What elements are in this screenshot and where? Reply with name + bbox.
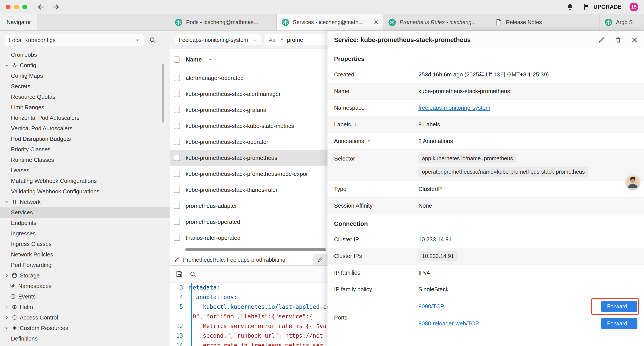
sidebar-item-secrets[interactable]: Secrets <box>0 81 170 91</box>
sidebar-item-ingresses[interactable]: Ingresses <box>0 228 170 239</box>
sidebar-item-validating-webhook-configurations[interactable]: Validating Webhook Configurations <box>0 186 170 197</box>
sidebar-item-events[interactable]: Events <box>0 291 170 302</box>
namespace-link[interactable]: freeleaps-monitoring-system <box>418 104 490 111</box>
row-checkbox[interactable] <box>174 139 180 145</box>
sidebar-item-config-maps[interactable]: Config Maps <box>0 70 170 81</box>
sidebar-item-vertical-pod-autoscalers[interactable]: Vertical Pod Autoscalers <box>0 123 170 134</box>
close-icon[interactable]: × <box>632 35 638 45</box>
sidebar-group-storage[interactable]: Storage <box>0 270 170 281</box>
table-row[interactable]: alertmanager-operated <box>170 70 328 86</box>
window-close-button[interactable] <box>6 4 10 9</box>
tab-pods[interactable]: Pods - icecheng@mathmas... <box>170 14 277 30</box>
sort-asc-icon[interactable] <box>208 57 212 62</box>
row-checkbox[interactable] <box>174 187 180 193</box>
match-case-toggle[interactable]: Aa <box>269 37 276 43</box>
expand-updown-icon[interactable] <box>354 122 358 127</box>
avatar[interactable] <box>626 176 640 189</box>
sidebar-group-helm[interactable]: Helm <box>0 302 170 312</box>
sidebar-group-custom-resources[interactable]: Custom Resources <box>0 323 170 333</box>
forward-button[interactable] <box>52 3 60 11</box>
tab-prometheus-rules[interactable]: Prometheus Rules - icecheng... <box>384 14 490 30</box>
chevron-down-icon[interactable] <box>4 326 9 331</box>
chevron-down-icon[interactable] <box>4 63 9 68</box>
edit-button[interactable] <box>598 36 605 43</box>
sidebar-item-pod-disruption-budgets[interactable]: Pod Disruption Budgets <box>0 134 170 144</box>
sidebar-item-mutating-webhook-configurations[interactable]: Mutating Webhook Configurations <box>0 176 170 186</box>
chevron-down-icon[interactable] <box>4 200 9 204</box>
back-button[interactable] <box>37 3 45 11</box>
delete-button[interactable] <box>615 36 622 43</box>
table-search-box[interactable]: Aa .* <box>265 34 328 46</box>
table-row[interactable]: thanos-ruler-operated <box>170 230 328 246</box>
sidebar-item-port-forwarding[interactable]: Port Forwarding <box>0 260 170 270</box>
table-row[interactable]: kube-prometheus-stack-alertmanager <box>170 86 328 102</box>
sidebar-item-network-policies[interactable]: Network Policies <box>0 249 170 260</box>
table-row-selected[interactable]: kube-prometheus-stack-prometheus <box>170 150 328 166</box>
row-checkbox[interactable] <box>174 107 180 113</box>
chevron-right-icon[interactable] <box>4 315 9 320</box>
sidebar-item-priority-classes[interactable]: Priority Classes <box>0 144 170 155</box>
navigator-label[interactable]: Navigator <box>0 14 38 30</box>
regex-toggle[interactable]: .* <box>280 37 283 43</box>
sidebar-item-definitions[interactable]: Definitions <box>0 333 170 344</box>
dock-tab-prometheusrule[interactable]: PrometheusRule: freeleaps-prod-rabbitmq <box>170 254 313 265</box>
sidebar-item-horizontal-pod-autoscalers[interactable]: Horizontal Pod Autoscalers <box>0 113 170 123</box>
row-checkbox[interactable] <box>174 203 180 209</box>
table-row[interactable]: kube-prometheus-stack-grafana <box>170 102 328 118</box>
window-zoom-button[interactable] <box>22 4 27 9</box>
port-link-8080-reloader-web[interactable]: 8080:reloader-web/TCP <box>418 320 479 327</box>
search-input[interactable] <box>287 36 328 43</box>
chevron-right-icon[interactable] <box>4 273 9 278</box>
sidebar-item-services[interactable]: Services <box>0 207 170 218</box>
forward-button[interactable]: Forward... <box>601 301 638 312</box>
sidebar-item-limit-ranges[interactable]: Limit Ranges <box>0 102 170 113</box>
save-button[interactable] <box>176 271 183 278</box>
expand-updown-icon[interactable] <box>367 139 371 143</box>
row-checkbox[interactable] <box>174 155 180 161</box>
sidebar-item-namespaces[interactable]: Namespaces <box>0 281 170 291</box>
sidebar-scrollbar[interactable] <box>162 63 164 123</box>
table-row[interactable]: kube-prometheus-stack-operator <box>170 134 328 150</box>
notification-count-badge[interactable]: 15 <box>630 3 638 11</box>
sidebar-item-runtime-classes[interactable]: Runtime Classes <box>0 155 170 165</box>
window-minimize-button[interactable] <box>14 4 19 9</box>
yaml-editor[interactable]: 3metadata: 4 annotations: 5 kubectl.kube… <box>170 283 328 346</box>
row-checkbox[interactable] <box>174 235 180 241</box>
close-icon[interactable]: × <box>374 18 378 26</box>
dock-tab-partial[interactable] <box>313 254 328 265</box>
tab-release-notes[interactable]: Release Notes <box>490 14 600 30</box>
table-row[interactable]: kube-prometheus-stack-kube-state-metrics <box>170 118 328 134</box>
row-checkbox[interactable] <box>174 91 180 97</box>
chevron-right-icon[interactable] <box>4 305 9 310</box>
upgrade-button[interactable]: UPGRADE <box>583 3 622 10</box>
sidebar-group-access-control[interactable]: Access Control <box>0 312 170 323</box>
table-row[interactable]: prometheus-adapter <box>170 198 328 214</box>
notifications-bell-icon[interactable] <box>566 3 574 11</box>
table-row[interactable]: prometheus-operated <box>170 214 328 230</box>
sidebar-item-leases[interactable]: Leases <box>0 165 170 176</box>
sidebar-group-network[interactable]: Network <box>0 197 170 207</box>
line-number <box>170 312 189 321</box>
forward-button[interactable]: Forward... <box>601 318 638 329</box>
row-checkbox[interactable] <box>174 123 180 129</box>
sidebar-item-resource-quotas[interactable]: Resource Quotas <box>0 91 170 102</box>
tab-services[interactable]: Services - icecheng@math... × <box>277 14 384 30</box>
horizontal-scrollbar[interactable] <box>185 248 326 251</box>
kubeconfig-selector[interactable]: Local Kubeconfigs <box>5 34 144 46</box>
row-checkbox[interactable] <box>174 75 180 81</box>
row-checkbox[interactable] <box>174 219 180 225</box>
sidebar-item-ingress-classes[interactable]: Ingress Classes <box>0 239 170 249</box>
sidebar-item-endpoints[interactable]: Endpoints <box>0 218 170 228</box>
row-checkbox[interactable] <box>174 171 180 177</box>
editor-search-button[interactable] <box>190 271 196 278</box>
tab-argo[interactable]: Argo S <box>600 14 644 30</box>
table-row[interactable]: kube-prometheus-stack-prometheus-node-ex… <box>170 166 328 182</box>
sidebar-search-icon[interactable] <box>149 36 156 43</box>
sidebar-group-config[interactable]: Config <box>0 60 170 70</box>
select-all-checkbox[interactable] <box>174 56 180 63</box>
sidebar-item-cron-jobs[interactable]: Cron Jobs <box>0 49 170 60</box>
table-row[interactable]: kube-prometheus-stack-thanos-ruler <box>170 182 328 198</box>
name-column-header[interactable]: Name <box>186 56 202 63</box>
port-link-9090[interactable]: 9090/TCP <box>418 303 444 310</box>
namespace-filter-dropdown[interactable]: freeleaps-monitoring-system <box>175 34 261 46</box>
